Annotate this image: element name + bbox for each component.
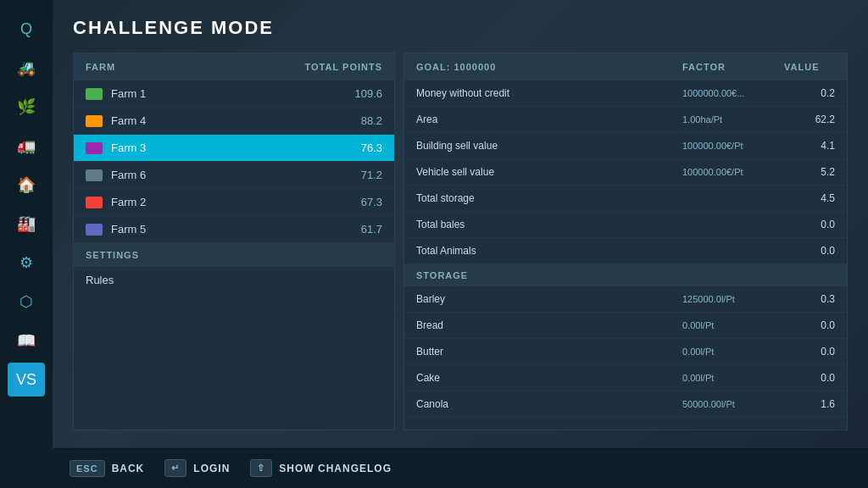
vs-icon[interactable]: VS [8, 363, 45, 396]
detail-row: Area1.00ha/Pt62.2 [404, 107, 847, 133]
storage-row: Butter0.00l/Pt0.0 [404, 339, 847, 365]
detail-value: 62.2 [784, 114, 835, 125]
login-label: LOGIN [193, 463, 230, 474]
detail-goal: Building sell value [416, 140, 682, 152]
farm-icon [86, 169, 103, 181]
svg-marker-11 [87, 225, 101, 229]
gear-icon[interactable]: ⚙ [8, 246, 45, 280]
detail-factor: 100000.00€/Pt [682, 167, 784, 177]
farm-row[interactable]: Farm 671.2 [74, 162, 394, 189]
storage-value: 0.0 [784, 372, 835, 384]
detail-row: Money without credit1000000.00€...0.2 [404, 80, 847, 107]
storage-section: STORAGE [404, 264, 847, 286]
farm-points: 88.2 [361, 114, 382, 127]
bottom-bar: ESC BACK ↵ LOGIN ⇧ SHOW CHANGELOG [53, 447, 868, 488]
farm-points: 109.6 [354, 87, 382, 100]
page-title: CHALLENGE MODE [73, 17, 848, 39]
detail-goal: Money without credit [416, 87, 682, 99]
changelog-label: SHOW CHANGELOG [279, 463, 392, 474]
building-icon[interactable]: 🏠 [8, 168, 45, 202]
storage-item-name: Canola [416, 398, 682, 410]
farm-name: Farm 2 [111, 196, 361, 208]
farms-panel: FARM TOTAL POINTS Farm 1109.6Farm 488.2F… [73, 53, 395, 430]
storage-value: 0.0 [784, 319, 835, 331]
details-scroll[interactable]: Money without credit1000000.00€...0.2Are… [404, 80, 847, 430]
storage-row: Canola50000.00l/Pt1.6 [404, 391, 847, 418]
svg-rect-10 [87, 229, 101, 234]
farm-name: Farm 4 [111, 114, 361, 127]
farm-row[interactable]: Farm 561.7 [74, 216, 394, 243]
leaf-icon[interactable]: 🌿 [8, 90, 45, 124]
svg-rect-2 [87, 120, 101, 125]
farm-points: 61.7 [361, 223, 382, 236]
value-col-header: VALUE [784, 62, 835, 72]
details-panel: GOAL: 1000000 FACTOR VALUE Money without… [403, 53, 848, 430]
storage-row: Barley125000.0l/Pt0.3 [404, 286, 847, 313]
detail-value: 5.2 [784, 166, 835, 178]
farm-icon [86, 224, 103, 236]
farms-panel-header: FARM TOTAL POINTS [74, 53, 394, 80]
farm-icon [86, 142, 103, 154]
login-key: ↵ [164, 459, 186, 477]
factor-col-header: FACTOR [682, 62, 784, 72]
detail-goal: Vehicle sell value [416, 166, 682, 178]
farm-row[interactable]: Farm 488.2 [74, 108, 394, 135]
farm-name: Farm 3 [111, 141, 361, 154]
detail-value: 0.0 [784, 219, 835, 230]
svg-marker-3 [87, 117, 101, 120]
svg-rect-8 [87, 202, 101, 207]
farm-col-header: FARM [86, 62, 305, 72]
vehicle-icon[interactable]: 🚛 [8, 129, 45, 163]
storage-value: 0.3 [784, 293, 835, 305]
svg-marker-1 [87, 90, 101, 93]
svg-rect-6 [87, 175, 101, 180]
network-icon[interactable]: ⬡ [8, 285, 45, 319]
storage-item-name: Barley [416, 293, 682, 305]
detail-value: 4.5 [784, 192, 835, 204]
detail-goal: Total Animals [416, 245, 682, 257]
svg-marker-9 [87, 198, 101, 202]
detail-row: Vehicle sell value100000.00€/Pt5.2 [404, 159, 847, 186]
details-panel-header: GOAL: 1000000 FACTOR VALUE [404, 53, 847, 80]
content-area: FARM TOTAL POINTS Farm 1109.6Farm 488.2F… [73, 53, 848, 430]
rules-row[interactable]: Rules [74, 267, 394, 293]
detail-goal: Area [416, 114, 682, 125]
farm-points: 71.2 [361, 169, 382, 181]
silo-icon[interactable]: 🏭 [8, 207, 45, 241]
farm-name: Farm 1 [111, 87, 354, 100]
book-icon[interactable]: 📖 [8, 324, 45, 358]
farm-row[interactable]: Farm 267.3 [74, 189, 394, 216]
farm-row[interactable]: Farm 376.3 [74, 135, 394, 162]
storage-factor: 125000.0l/Pt [682, 294, 784, 304]
main-content: CHALLENGE MODE FARM TOTAL POINTS Farm 11… [53, 0, 868, 488]
farm-points: 76.3 [361, 141, 382, 154]
svg-rect-4 [87, 147, 101, 152]
farm-row[interactable]: Farm 1109.6 [74, 80, 394, 108]
sidebar: Q🚜🌿🚛🏠🏭⚙⬡📖VS [0, 0, 53, 488]
detail-row: Building sell value100000.00€/Pt4.1 [404, 133, 847, 159]
svg-rect-0 [87, 93, 101, 98]
detail-value: 0.0 [784, 245, 835, 257]
farm-icon [86, 197, 103, 208]
points-col-header: TOTAL POINTS [305, 62, 382, 72]
storage-factor: 0.00l/Pt [682, 347, 784, 357]
detail-factor: 100000.00€/Pt [682, 141, 784, 151]
back-key: ESC [70, 460, 105, 477]
storage-value: 0.0 [784, 346, 835, 358]
detail-goal: Total storage [416, 192, 682, 204]
back-label: BACK [112, 463, 145, 474]
changelog-key: ⇧ [250, 459, 272, 477]
farms-list: Farm 1109.6Farm 488.2Farm 376.3Farm 671.… [74, 80, 394, 243]
storage-item-name: Cake [416, 372, 682, 384]
changelog-button[interactable]: ⇧ SHOW CHANGELOG [250, 459, 392, 477]
back-button[interactable]: ESC BACK [70, 460, 144, 477]
details-rows: Money without credit1000000.00€...0.2Are… [404, 80, 847, 264]
tractor-icon[interactable]: 🚜 [8, 51, 45, 85]
storage-item-name: Butter [416, 346, 682, 358]
login-button[interactable]: ↵ LOGIN [164, 459, 230, 477]
detail-factor: 1.00ha/Pt [682, 114, 784, 125]
svg-marker-7 [87, 171, 101, 175]
Q-icon[interactable]: Q [8, 12, 45, 46]
settings-header: SETTINGS [74, 243, 394, 267]
detail-row: Total storage4.5 [404, 186, 847, 212]
